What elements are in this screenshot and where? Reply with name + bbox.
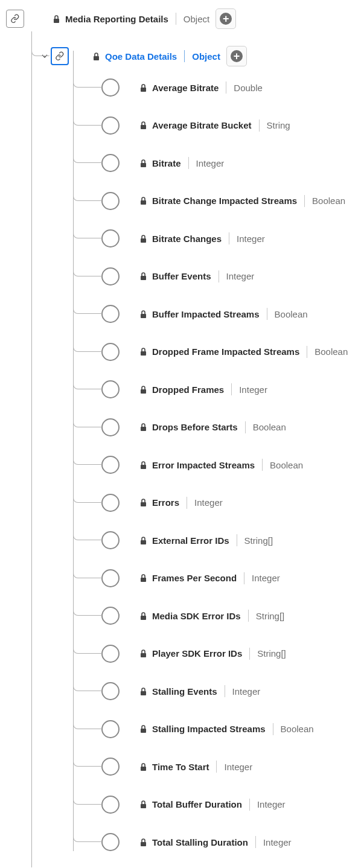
separator xyxy=(249,799,250,811)
add-button[interactable]: + xyxy=(226,46,247,66)
separator xyxy=(249,648,250,660)
connector xyxy=(73,617,102,654)
separator xyxy=(216,761,217,773)
lock-icon xyxy=(138,196,148,206)
field-row[interactable]: Dropped FramesInteger xyxy=(6,371,358,409)
separator xyxy=(219,270,219,282)
field-type: Boolean xyxy=(312,196,345,206)
field-node-circle[interactable] xyxy=(101,645,120,663)
field-label: Player SDK Error IDs xyxy=(152,648,242,659)
field-row[interactable]: Buffer Impacted StreamsBoolean xyxy=(6,295,358,333)
lock-icon xyxy=(138,82,148,93)
field-node-circle[interactable] xyxy=(101,418,120,436)
connector xyxy=(73,277,102,314)
field-node-circle[interactable] xyxy=(101,758,120,776)
field-node-circle[interactable] xyxy=(101,720,120,738)
connector xyxy=(31,31,49,56)
field-row[interactable]: Dropped Frame Impacted StreamsBoolean xyxy=(6,333,358,371)
field-type: Integer xyxy=(252,573,280,583)
field-row[interactable]: Error Impacted StreamsBoolean xyxy=(6,446,358,484)
field-row[interactable]: Stalling Impacted StreamsBoolean xyxy=(6,710,358,748)
connector xyxy=(73,240,102,276)
field-row[interactable]: Player SDK Error IDsString[] xyxy=(6,635,358,673)
field-row[interactable]: Buffer EventsInteger xyxy=(6,258,358,296)
field-row[interactable]: Total Buffer DurationInteger xyxy=(6,786,358,824)
field-type: Boolean xyxy=(275,309,308,319)
field-row[interactable]: Time To StartInteger xyxy=(6,748,358,786)
field-label: Drops Before Starts xyxy=(152,422,238,432)
field-label: Total Stalling Duration xyxy=(152,837,248,847)
connector xyxy=(73,353,102,389)
field-node-circle[interactable] xyxy=(101,305,120,323)
lock-icon xyxy=(138,158,148,168)
separator xyxy=(248,610,249,622)
separator xyxy=(262,459,263,471)
field-node-circle[interactable] xyxy=(101,531,120,549)
connector xyxy=(73,768,102,805)
field-type: Integer xyxy=(263,837,292,847)
field-row[interactable]: Total Stalling DurationInteger xyxy=(6,823,358,861)
field-node-circle[interactable] xyxy=(101,116,120,135)
separator xyxy=(187,497,187,509)
field-label: Bitrate xyxy=(152,158,181,168)
node-label: Media Reporting Details xyxy=(65,14,168,24)
link-icon-box[interactable] xyxy=(6,10,24,28)
node-type: Object xyxy=(192,51,220,62)
field-node-circle[interactable] xyxy=(101,682,120,700)
separator xyxy=(245,421,246,433)
field-type: Integer xyxy=(194,497,223,508)
separator xyxy=(244,572,244,584)
field-row[interactable]: External Error IDsString[] xyxy=(6,522,358,560)
separator xyxy=(267,308,267,320)
separator xyxy=(304,195,305,207)
field-type: Integer xyxy=(232,686,261,697)
lock-icon xyxy=(138,346,148,357)
field-label: Stalling Impacted Streams xyxy=(152,724,266,734)
field-label: Dropped Frame Impacted Streams xyxy=(152,346,299,357)
field-row[interactable]: Drops Before StartsBoolean xyxy=(6,409,358,447)
field-row[interactable]: Average BitrateDouble xyxy=(6,69,358,107)
field-label: Bitrate Changes xyxy=(152,234,222,244)
field-type: Integer xyxy=(239,385,267,395)
field-node-circle[interactable] xyxy=(101,380,120,398)
field-row[interactable]: Average Bitrate BucketString xyxy=(6,107,358,145)
field-node-circle[interactable] xyxy=(101,569,120,587)
field-label: Media SDK Error IDs xyxy=(152,611,241,621)
link-icon-box-active[interactable] xyxy=(51,47,69,65)
field-node-circle[interactable] xyxy=(101,267,120,286)
field-node-circle[interactable] xyxy=(101,154,120,172)
field-node-circle[interactable] xyxy=(101,607,120,625)
node-qoe-data-details[interactable]: Qoe Data Details Object + xyxy=(6,43,358,69)
connector xyxy=(73,164,102,201)
connector xyxy=(73,466,102,503)
add-button[interactable]: + xyxy=(216,8,236,29)
field-node-circle[interactable] xyxy=(101,192,120,210)
field-row[interactable]: BitrateInteger xyxy=(6,144,358,182)
field-row[interactable]: Media SDK Error IDsString[] xyxy=(6,597,358,635)
node-media-reporting-details[interactable]: Media Reporting Details Object + xyxy=(6,6,358,31)
connector xyxy=(73,503,102,540)
field-node-circle[interactable] xyxy=(101,343,120,361)
field-node-circle[interactable] xyxy=(101,229,120,247)
connector xyxy=(73,579,102,616)
field-node-circle[interactable] xyxy=(101,78,120,97)
field-label: Time To Start xyxy=(152,762,209,772)
field-row[interactable]: Bitrate Change Impacted StreamsBoolean xyxy=(6,182,358,220)
field-node-circle[interactable] xyxy=(101,796,120,814)
plus-icon: + xyxy=(231,50,243,62)
field-row[interactable]: Frames Per SecondInteger xyxy=(6,560,358,598)
lock-icon xyxy=(51,13,62,24)
connector xyxy=(73,805,102,842)
field-node-circle[interactable] xyxy=(101,833,120,851)
field-row[interactable]: Bitrate ChangesInteger xyxy=(6,220,358,258)
field-type: String[] xyxy=(244,535,273,546)
field-type: String xyxy=(267,120,290,130)
field-type: Double xyxy=(234,83,263,93)
separator xyxy=(273,723,273,735)
field-row[interactable]: Stalling EventsInteger xyxy=(6,672,358,710)
field-row[interactable]: ErrorsInteger xyxy=(6,484,358,522)
field-node-circle[interactable] xyxy=(101,494,120,512)
field-label: Stalling Events xyxy=(152,686,217,697)
field-node-circle[interactable] xyxy=(101,456,120,474)
separator xyxy=(255,836,256,848)
